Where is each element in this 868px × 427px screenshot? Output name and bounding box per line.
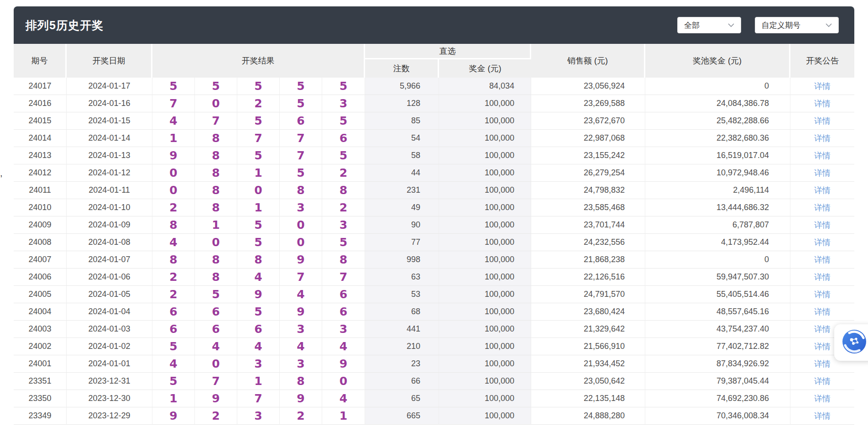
announcement-cell: 详情 [790,164,854,182]
announcement-cell: 详情 [790,407,854,425]
detail-link[interactable]: 详情 [814,359,831,369]
detail-link[interactable]: 详情 [814,238,831,247]
result-digit: 7 [280,269,322,286]
result-digit: 6 [280,112,322,130]
period-cell: 24017 [14,78,67,95]
result-digit: 5 [322,112,365,130]
date-cell: 2024-01-16 [67,95,152,112]
period-cell: 24004 [14,303,67,321]
detail-link[interactable]: 详情 [814,134,831,143]
filter-dropdown-custom-period-label: 自定义期号 [762,20,800,31]
announcement-cell: 详情 [790,390,854,407]
detail-link[interactable]: 详情 [814,325,831,334]
result-digit: 8 [195,147,237,164]
result-digit: 4 [280,338,322,355]
detail-link[interactable]: 详情 [814,411,831,421]
bets-cell: 54 [365,130,439,147]
result-digit: 5 [195,78,237,95]
announcement-cell: 详情 [790,182,854,199]
bets-cell: 49 [365,199,439,216]
detail-link[interactable]: 详情 [814,290,831,299]
period-cell: 24012 [14,164,67,182]
table-row: 24017 2024-01-17 5 5 5 5 5 5,966 84,034 … [14,78,854,95]
detail-link[interactable]: 详情 [814,394,831,403]
detail-link[interactable]: 详情 [814,151,831,160]
result-digit: 8 [195,269,237,286]
pool-cell: 79,387,045.44 [645,373,790,390]
pool-cell: 87,834,926.92 [645,355,790,373]
table-row: 24016 2024-01-16 7 0 2 5 3 128 100,000 2… [14,95,854,112]
filter-dropdown-custom-period[interactable]: 自定义期号 [755,17,839,33]
result-digit: 5 [237,216,280,234]
detail-link[interactable]: 详情 [814,342,831,351]
prize-cell: 100,000 [439,199,531,216]
date-cell: 2023-12-31 [67,373,152,390]
result-digit: 0 [237,182,280,199]
stray-artifact: , [0,168,3,179]
result-digit: 2 [237,95,280,112]
sales-cell: 22,987,068 [531,130,645,147]
detail-link[interactable]: 详情 [814,255,831,264]
prize-cell: 100,000 [439,251,531,269]
result-digit: 0 [152,164,195,182]
result-digit: 6 [195,303,237,321]
period-cell: 24014 [14,130,67,147]
detail-link[interactable]: 详情 [814,203,831,212]
period-cell: 24007 [14,251,67,269]
prize-cell: 100,000 [439,216,531,234]
result-digit: 0 [195,355,237,373]
bets-cell: 63 [365,269,439,286]
date-cell: 2024-01-07 [67,251,152,269]
sales-cell: 23,269,588 [531,95,645,112]
filter-controls: 全部 自定义期号 [677,17,839,33]
period-cell: 24013 [14,147,67,164]
announcement-cell: 详情 [790,251,854,269]
period-cell: 24005 [14,286,67,303]
announcement-cell: 详情 [790,269,854,286]
result-digit: 4 [152,234,195,251]
table-row: 23350 2023-12-30 1 9 7 9 4 65 100,000 22… [14,390,854,407]
result-digit: 0 [195,95,237,112]
prize-cell: 100,000 [439,95,531,112]
result-digit: 8 [195,130,237,147]
detail-link[interactable]: 详情 [814,99,831,108]
result-digit: 2 [152,199,195,216]
detail-link[interactable]: 详情 [814,169,831,178]
result-digit: 7 [195,373,237,390]
date-cell: 2024-01-01 [67,355,152,373]
detail-link[interactable]: 详情 [814,116,831,126]
date-cell: 2024-01-04 [67,303,152,321]
detail-link[interactable]: 详情 [814,186,831,195]
chevron-down-icon [826,23,832,27]
date-cell: 2024-01-12 [67,164,152,182]
prize-cell: 100,000 [439,234,531,251]
date-cell: 2023-12-29 [67,407,152,425]
pool-cell: 74,692,230.86 [645,390,790,407]
bets-cell: 68 [365,303,439,321]
detail-link[interactable]: 详情 [814,377,831,386]
result-digit: 6 [322,130,365,147]
detail-link[interactable]: 详情 [814,273,831,282]
announcement-cell: 详情 [790,373,854,390]
result-digit: 8 [152,251,195,269]
floating-assistant-button[interactable] [834,324,868,361]
announcement-cell: 详情 [790,234,854,251]
sales-cell: 23,585,468 [531,199,645,216]
result-digit: 2 [280,407,322,425]
date-cell: 2024-01-02 [67,338,152,355]
bets-cell: 128 [365,95,439,112]
pool-cell: 10,972,948.46 [645,164,790,182]
filter-dropdown-all[interactable]: 全部 [677,17,741,33]
prize-cell: 100,000 [439,303,531,321]
date-cell: 2024-01-11 [67,182,152,199]
detail-link[interactable]: 详情 [814,307,831,316]
detail-link[interactable]: 详情 [814,221,831,230]
date-cell: 2024-01-05 [67,286,152,303]
results-table-header: 期号 开奖日期 开奖结果 直选 销售额 (元) 奖池奖金 (元) 开奖公告 注数… [14,44,854,78]
table-row: 24012 2024-01-12 0 8 1 5 2 44 100,000 26… [14,164,854,182]
detail-link[interactable]: 详情 [814,82,831,91]
date-cell: 2024-01-13 [67,147,152,164]
sales-cell: 21,868,238 [531,251,645,269]
prize-cell: 100,000 [439,390,531,407]
date-cell: 2024-01-10 [67,199,152,216]
